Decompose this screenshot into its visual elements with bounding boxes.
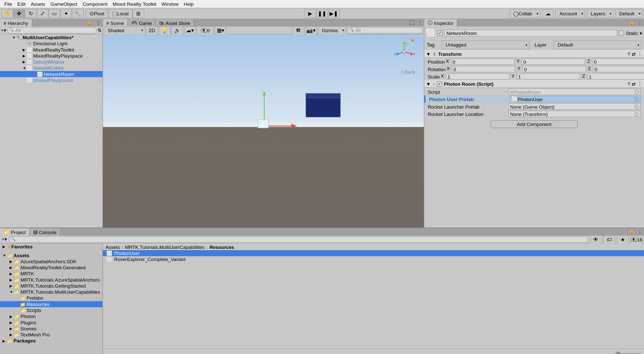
breadcrumb-current[interactable]: Resources [210, 244, 234, 249]
position-x[interactable] [451, 58, 514, 65]
tab-project[interactable]: 📁 Project [0, 228, 30, 236]
rotation-y[interactable] [522, 66, 586, 72]
menu-mrtk[interactable]: Mixed Reality Toolkit [110, 1, 159, 7]
local-toggle[interactable]: ⬚Local [108, 9, 133, 18]
project-create-dropdown[interactable]: +▾ [2, 237, 7, 242]
rotation-z[interactable] [593, 66, 644, 72]
scene-back-button[interactable]: ◁ Back [399, 69, 415, 75]
photon-preset-icon[interactable]: ⇄ [632, 81, 636, 87]
folder-item[interactable]: 📁 Resources [0, 301, 102, 307]
inspector-menu-icon[interactable]: ⋮ [636, 19, 644, 26]
folder-item[interactable]: ▼📁 MRTK.Tutorials.MultiUserCapabilities [0, 289, 102, 295]
menu-gameobject[interactable]: GameObject [48, 1, 80, 7]
hidden-toggle[interactable]: 👁‍🗨0 [197, 26, 214, 35]
tab-scene[interactable]: # Scene [103, 19, 128, 26]
script-field[interactable]: # PhotonRoom [508, 88, 640, 95]
rocket-launcher-prefab-field[interactable]: None (Game Object) [508, 103, 640, 110]
photon-user-prefab-field[interactable]: ⬜PhotonUser [510, 96, 640, 102]
folder-item[interactable]: ▶📁 MixedRealityToolkit.Generated [0, 264, 102, 271]
filter-by-type-icon[interactable]: 👁 [590, 235, 602, 244]
move-tool[interactable]: ✥ [13, 9, 25, 18]
cloud-button[interactable]: ☁ [542, 9, 554, 18]
snap-toggle[interactable]: ⊞ [132, 9, 144, 18]
scene-search[interactable]: All [347, 27, 423, 33]
create-dropdown[interactable]: +▾ [1, 27, 6, 33]
photon-room-header[interactable]: ▼# ✓ Photon Room (Script) ? ⇄ ⋮ [424, 80, 644, 88]
gizmos-dropdown[interactable]: Gizmos [318, 26, 346, 35]
scene-root[interactable]: ▼ 🔧 MultiUserCapabilities* ⋮ [0, 34, 102, 40]
inspector-tab[interactable]: ⓘ Inspector [424, 19, 457, 26]
folder-item[interactable]: ▶📁 MRTK.Tutorials.GettingStarted [0, 283, 102, 289]
scene-maximize-icon[interactable]: ⛶ [409, 19, 416, 26]
menu-assets[interactable]: Assets [28, 1, 48, 7]
menu-component[interactable]: Component [80, 1, 110, 7]
transform-help-icon[interactable]: ? [627, 52, 630, 57]
folder-item[interactable]: ▶📁 AzureSpatialAnchors.SDK [0, 258, 102, 264]
scale-y[interactable] [516, 73, 580, 80]
scene-viewport[interactable]: y x z 🔒 ◁ Back [103, 34, 424, 228]
transform-header[interactable]: ▼⬇ Transform ? ⇄ ⋮ [424, 50, 644, 58]
shading-dropdown[interactable]: Shaded [104, 26, 145, 35]
zoom-slider[interactable] [614, 353, 640, 354]
2d-toggle[interactable]: 2D [146, 26, 158, 35]
hierarchy-item[interactable]: ⬜SharedPlayground› [0, 77, 102, 83]
menu-edit[interactable]: Edit [15, 1, 28, 7]
folder-item[interactable]: ▶📁 TextMesh Pro [0, 332, 102, 338]
lock-gizmo-icon[interactable]: 🔒 [410, 37, 415, 41]
tab-console[interactable]: ▤ Console [30, 228, 60, 236]
tab-assetstore[interactable]: 🛍 Asset Store [156, 19, 194, 26]
hierarchy-item[interactable]: ▶⬜DebugWindow› [0, 59, 102, 65]
audio-toggle[interactable]: 🔊 [171, 26, 183, 35]
layer-dropdown[interactable]: Default [554, 40, 641, 49]
hierarchy-item[interactable]: ▶⬜MixedRealityPlayspace [0, 53, 102, 59]
photon-menu-icon[interactable]: ⋮ [637, 81, 642, 87]
hierarchy-menu-icon[interactable]: ⋮ [94, 19, 102, 26]
layout-dropdown[interactable]: Default [615, 9, 643, 18]
collab-dropdown[interactable]: ◯ Collab [509, 9, 540, 18]
scene-menu-icon[interactable]: ⋮ [416, 19, 424, 26]
play-button[interactable]: ▶ [304, 9, 316, 18]
add-component-button[interactable]: Add Component [491, 120, 578, 128]
inspector-lock-icon[interactable]: 🔒 [628, 19, 636, 26]
custom-tool[interactable]: 🔧 [72, 9, 84, 18]
project-menu-icon[interactable]: ⋮ [636, 228, 644, 236]
tools-icon[interactable]: 🛠 [293, 26, 304, 35]
rotation-x[interactable] [452, 66, 515, 72]
asset-item[interactable]: ⬜ PhotonUser [103, 250, 644, 256]
folder-item[interactable]: ▶📁 MRTK.Tutorials.AzureSpatialAnchors [0, 277, 102, 283]
filter-by-label-icon[interactable]: 🏷 [603, 235, 615, 244]
lighting-toggle[interactable]: 💡 [159, 26, 171, 35]
hierarchy-item[interactable]: ⬜NetworkRoom [0, 71, 102, 77]
scale-z[interactable] [587, 73, 644, 80]
rect-tool[interactable]: ▭ [48, 9, 60, 18]
position-z[interactable] [592, 58, 644, 65]
rotate-tool[interactable]: ↻ [25, 9, 37, 18]
favorites-root[interactable]: ▶★ Favorites [0, 244, 102, 250]
step-button[interactable]: ▶❚ [328, 9, 340, 18]
hierarchy-item[interactable]: ▼⬜NetworkLobby› [0, 65, 102, 71]
static-dropdown-icon[interactable]: ▾ [640, 30, 642, 36]
folder-item[interactable]: ▶📁 Scenes [0, 326, 102, 332]
active-checkbox[interactable]: ✓ [437, 30, 442, 36]
tab-game[interactable]: 🎮 Game [128, 19, 156, 26]
favorite-filter-icon[interactable]: ★ [617, 235, 629, 244]
orientation-gizmo[interactable]: y x z 🔒 [393, 41, 415, 63]
pause-button[interactable]: ❚❚ [316, 9, 328, 18]
object-name-input[interactable] [444, 30, 617, 37]
gameobject-icon[interactable]: ⬜ [426, 28, 435, 38]
transform-preset-icon[interactable]: ⇄ [632, 51, 636, 57]
photon-help-icon[interactable]: ? [627, 81, 630, 87]
breadcrumb-folder[interactable]: MRTK.Tutorials.MultiUserCapabilities [125, 244, 205, 249]
hand-tool[interactable]: ✋ [1, 9, 13, 18]
transform-tool[interactable]: ✦ [60, 9, 72, 18]
project-lock-icon[interactable]: 🔒 [628, 228, 636, 236]
fx-toggle[interactable]: ☁▾ [184, 26, 196, 35]
scene-menu-icon[interactable]: ⋮ [97, 35, 101, 39]
assets-root[interactable]: ▼📁 Assets [0, 252, 102, 258]
scale-tool[interactable]: ⤢ [37, 9, 49, 18]
folder-item[interactable]: 📁 Scripts [0, 307, 102, 313]
static-checkbox[interactable] [619, 30, 624, 36]
packages-root[interactable]: ▶📁 Packages [0, 338, 102, 344]
folder-item[interactable]: 📁 Prefabs [0, 295, 102, 301]
camera-icon[interactable]: 📷▾ [305, 26, 317, 35]
